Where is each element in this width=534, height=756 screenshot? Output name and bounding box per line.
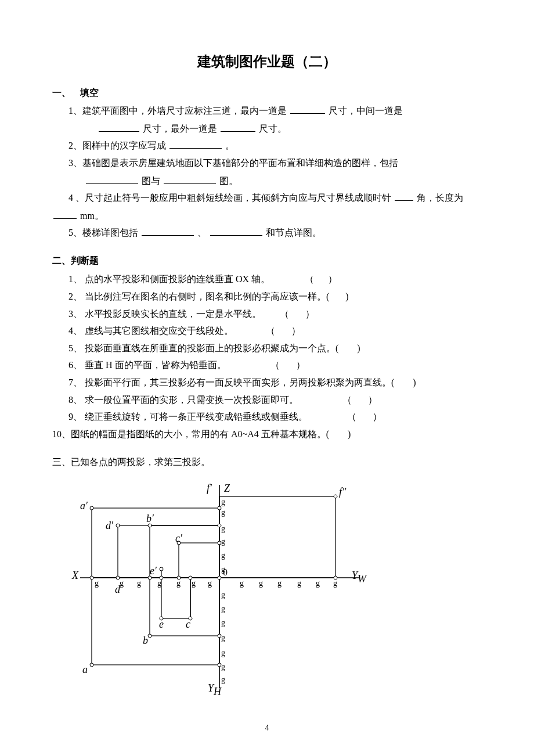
tick: g (221, 591, 225, 600)
judge-item: 2、 当比例注写在图名的右侧时，图名和比例的字高应该一样。( ) (68, 288, 482, 305)
pt-e: e (159, 618, 164, 631)
svg-point-31 (148, 634, 151, 638)
tick: g (192, 579, 196, 588)
pt-a: a (82, 664, 88, 676)
judge-item-10: 10、图纸的幅面是指图纸的大小，常用的有 A0~A4 五种基本规格。( ) (52, 426, 482, 443)
tick: g (221, 551, 225, 560)
svg-rect-8 (161, 578, 190, 618)
q2-b: 。 (225, 141, 234, 150)
q4-a: 4 、尺寸起止符号一般应用中粗斜短线绘画，其倾斜方向应与尺寸界线成顺时针 (68, 193, 391, 203)
pt-e-prime: e′ (150, 565, 157, 577)
tick: g (316, 579, 320, 588)
tick: g (221, 565, 225, 574)
section-3: 三、已知各点的两投影，求第三投影。 (52, 456, 482, 469)
page-title: 建筑制图作业题（二） (52, 52, 482, 71)
svg-point-26 (218, 576, 221, 579)
projection-diagram: Z X YW YH 0 f′ f″ a′ d′ b′ c′ e′ d e c b… (68, 479, 394, 700)
judge-item: 3、 水平投影反映实长的直线，一定是水平线。 （ ） (68, 305, 482, 323)
pt-d-prime: d′ (106, 520, 113, 532)
blank[interactable] (210, 226, 262, 236)
tick: g (137, 579, 141, 588)
blank[interactable] (53, 210, 77, 219)
tick: g (221, 618, 225, 628)
pt-b: b (143, 635, 148, 647)
svg-point-14 (116, 524, 120, 527)
q3-c: 图。 (219, 176, 238, 186)
tick: g (221, 537, 225, 546)
axis-yw-sub: W (358, 573, 366, 585)
fill-q3-line2: 图与 图。 (85, 173, 482, 190)
blank[interactable] (142, 226, 194, 236)
fill-q5: 5、楼梯详图包括 、 和节点详图。 (68, 225, 482, 242)
tick: g (221, 508, 225, 517)
tick: g (157, 579, 161, 588)
tick: g (333, 579, 337, 588)
blank[interactable] (221, 123, 255, 132)
blank[interactable] (86, 175, 138, 184)
tick: g (176, 579, 181, 588)
tick: g (240, 579, 244, 588)
q1-c: 尺寸，最外一道是 (143, 124, 217, 134)
tick: g (221, 604, 225, 614)
q1-b: 尺寸，中间一道是 (329, 106, 403, 116)
judge-item: 8、 求一般位置平面的实形，只需变换一次投影面即可。 （ ） (68, 391, 482, 409)
svg-rect-3 (118, 525, 219, 578)
q3-b: 图与 (142, 176, 160, 186)
tick: g (120, 579, 124, 588)
q4-b: 角，长度为 (417, 193, 463, 203)
q5-b: 、 (197, 228, 207, 237)
q3-a: 3、基础图是表示房屋建筑地面以下基础部分的平面布置和详细构造的图样，包括 (68, 158, 398, 168)
q1-a: 1、建筑平面图中，外墙尺寸应标注三道，最内一道是 (68, 106, 287, 116)
section-2-header: 二、判断题 (52, 255, 482, 267)
judge-item: 9、 绕正垂线旋转，可将一条正平线变成铅垂线或侧垂线。 （ ） (68, 408, 482, 426)
fill-q1: 1、建筑平面图中，外墙尺寸应标注三道，最内一道是 尺寸，中间一道是 (68, 103, 482, 120)
q4-c: mm。 (80, 211, 104, 221)
tick: g (95, 579, 99, 588)
blank[interactable] (290, 105, 325, 114)
q1-d: 尺寸。 (259, 124, 287, 134)
svg-rect-11 (92, 578, 219, 665)
tick: g (221, 524, 225, 534)
section-2: 二、判断题 1、 点的水平投影和侧面投影的连线垂直 OX 轴。 （ ） 2、 当… (52, 255, 482, 442)
tick: g (277, 579, 282, 588)
q2-a: 2、图样中的汉字应写成 (68, 141, 166, 150)
tick: g (208, 579, 212, 588)
section-1-header: 一、 填空 (52, 87, 99, 99)
svg-rect-5 (179, 543, 219, 578)
tick: g (221, 675, 225, 685)
pt-f-prime: f′ (207, 483, 212, 495)
blank[interactable] (99, 123, 139, 132)
tick: g (259, 579, 263, 588)
pt-b-prime: b′ (146, 513, 154, 525)
svg-point-19 (160, 567, 163, 571)
judge-item: 5、 投影面垂直线在所垂直的投影面上的投影必积聚成为一个点。( ) (68, 340, 482, 357)
axis-z: Z (224, 483, 230, 495)
axis-yh-sub: H (214, 686, 221, 697)
pt-a-prime: a′ (80, 500, 88, 512)
section-3-header: 三、已知各点的两投影，求第三投影。 (52, 456, 482, 469)
blank[interactable] (395, 192, 413, 201)
judge-item: 1、 点的水平投影和侧面投影的连线垂直 OX 轴。 （ ） (68, 271, 482, 288)
tick: g (221, 498, 225, 507)
pt-c: c (186, 618, 190, 631)
axis-yh: YH (208, 682, 221, 694)
fill-q1-line2: 尺寸，最外一道是 尺寸。 (98, 121, 482, 138)
judge-item: 7、 投影面平行面，其三投影必有一面反映平面实形，另两投影积聚为两直线。( ) (68, 374, 482, 391)
section-1: 一、 填空 1、建筑平面图中，外墙尺寸应标注三道，最内一道是 尺寸，中间一道是 … (52, 87, 482, 241)
tick: g (221, 649, 225, 658)
svg-point-27 (334, 495, 337, 498)
judge-item: 6、 垂直 H 面的平面，皆称为铅垂面。 （ ） (68, 357, 482, 374)
pt-c-prime: c′ (175, 532, 182, 545)
svg-point-12 (90, 506, 93, 510)
axis-yw-y: Y (352, 570, 358, 581)
fill-q4-line2: mm。 (52, 208, 482, 225)
blank[interactable] (169, 139, 222, 149)
fill-q3: 3、基础图是表示房屋建筑地面以下基础部分的平面布置和详细构造的图样，包括 (68, 155, 482, 172)
tick: g (221, 663, 225, 672)
fill-q2: 2、图样中的汉字应写成 。 (68, 138, 482, 154)
axis-yw: YW (352, 570, 366, 582)
page-number: 4 (0, 723, 534, 733)
blank[interactable] (164, 175, 216, 184)
fill-q4: 4 、尺寸起止符号一般应用中粗斜短线绘画，其倾斜方向应与尺寸界线成顺时针 角，长… (68, 190, 482, 207)
tick: g (297, 579, 301, 588)
